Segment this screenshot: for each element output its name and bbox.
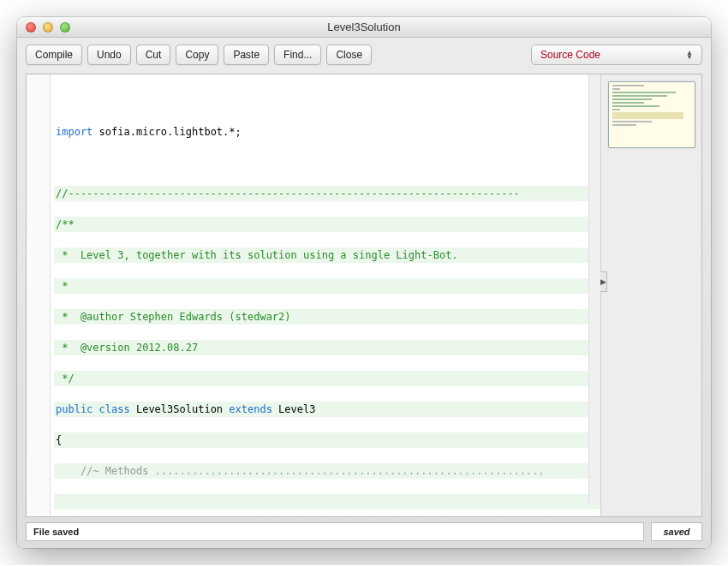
window-controls: [17, 22, 70, 33]
close-window-icon[interactable]: [26, 22, 36, 33]
editor-pane: import sofia.micro.lightbot.*; //-------…: [27, 74, 600, 516]
close-button[interactable]: Close: [326, 45, 372, 65]
undo-button[interactable]: Undo: [87, 45, 131, 65]
view-mode-selector[interactable]: Source Code ▲▼: [531, 45, 702, 65]
stepper-arrows-icon: ▲▼: [683, 51, 696, 59]
kw-public: public: [56, 403, 92, 415]
class-name: Level3Solution: [130, 403, 230, 415]
window-title: Level3Solution: [17, 21, 711, 33]
javadoc: *: [56, 280, 68, 292]
panel-collapse-handle[interactable]: ▶: [600, 271, 607, 292]
kw-import: import: [56, 126, 92, 138]
code-editor[interactable]: import sofia.micro.lightbot.*; //-------…: [51, 74, 600, 516]
javadoc: */: [56, 372, 75, 384]
vertical-scrollbar[interactable]: [588, 74, 600, 504]
javadoc: * @version 2012.08.27: [56, 342, 198, 354]
editor-window: Level3Solution Compile Undo Cut Copy Pas…: [17, 17, 711, 548]
parent-class: Level3: [272, 403, 316, 415]
statusbar: File saved saved: [17, 522, 711, 548]
content-area: import sofia.micro.lightbot.*; //-------…: [26, 74, 702, 517]
paste-button[interactable]: Paste: [224, 45, 269, 65]
section-header: //~ Methods ............................…: [56, 465, 545, 477]
toolbar: Compile Undo Cut Copy Paste Find... Clos…: [17, 38, 711, 72]
javadoc: /**: [56, 218, 75, 230]
cut-button[interactable]: Cut: [136, 45, 171, 65]
copy-button[interactable]: Copy: [176, 45, 218, 65]
overview-panel: ▶: [600, 74, 701, 516]
minimap[interactable]: [608, 81, 695, 148]
javadoc: * Level 3, together with its solution us…: [56, 249, 458, 261]
view-mode-value: Source Code: [540, 49, 683, 61]
kw-extends: extends: [229, 403, 272, 415]
minimize-window-icon[interactable]: [43, 22, 53, 33]
comment-sep: //--------------------------------------…: [56, 188, 520, 200]
zoom-window-icon[interactable]: [60, 22, 70, 33]
compile-button[interactable]: Compile: [26, 45, 82, 65]
kw-class: class: [99, 403, 130, 415]
status-message: File saved: [26, 522, 644, 541]
status-state: saved: [651, 522, 702, 541]
titlebar: Level3Solution: [17, 17, 711, 38]
javadoc: * @author Stephen Edwards (stedwar2): [56, 311, 291, 323]
brace: {: [54, 432, 600, 448]
code-text: sofia.micro.lightbot.*;: [92, 126, 241, 138]
find-button[interactable]: Find...: [274, 45, 321, 65]
gutter: [27, 74, 51, 516]
